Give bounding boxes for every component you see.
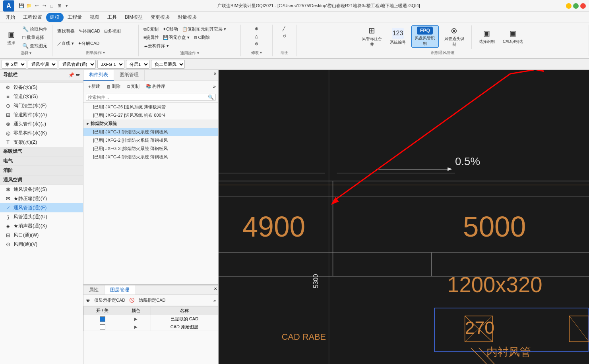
ribbon-btn-decompose[interactable]: ✦分解CAD (76, 40, 101, 47)
sidebar-item-connector-water[interactable]: ⊗ 通头管件(水)(J) (0, 119, 83, 129)
btn-copy-component[interactable]: ⧉ 复制 (124, 83, 142, 90)
tree-item-jxfg2[interactable]: [已用] JXFG-2 [排烟防火系统 薄钢板风 (83, 136, 218, 144)
redo-icon[interactable]: ↪ (41, 3, 47, 9)
floor-select[interactable]: 负二层通风 (151, 60, 185, 69)
ribbon-btn-fpq-identify[interactable]: FPQ 风盘风管识别 (411, 25, 439, 48)
tab-drawing-mgmt[interactable]: 图纸管理 (114, 70, 145, 81)
ribbon-btn-cloud-lib[interactable]: ☁云构件库 ▾ (142, 42, 170, 50)
tree-item-smoke-fire[interactable]: ▸ 排烟防火系统 (83, 119, 218, 128)
menu-compare[interactable]: 对量模块 (174, 13, 201, 22)
close-button[interactable] (580, 3, 586, 9)
lower-panel-collapse[interactable]: ✕ (213, 285, 218, 295)
layer-color-extracted[interactable]: ▶ (121, 315, 151, 323)
ribbon-btn-move-c[interactable]: ✦C移动 (161, 25, 180, 33)
ribbon-btn-draw2[interactable]: ↺ (281, 33, 288, 40)
ribbon-btn-line[interactable]: ／直线 ▾ (56, 40, 76, 47)
search-input[interactable] (88, 95, 208, 100)
ribbon-btn-delete-c[interactable]: 🗑C删除 (192, 34, 211, 41)
tree-item-jxfg4[interactable]: [已用] JXFG-4 [排烟防火系统 薄钢板风 (83, 153, 218, 161)
ribbon-btn-system-num[interactable]: 123 系统编号 (388, 25, 408, 48)
menu-view[interactable]: 视图 (86, 13, 103, 22)
ribbon-btn-mod3[interactable]: ⊗ (253, 40, 260, 47)
tab-layer-mgmt[interactable]: 图层管理 (105, 285, 135, 295)
sidebar-item-fitting-water[interactable]: ⊞ 管道附件(水)(A) (0, 110, 83, 119)
sidebar-item-plenum[interactable]: ✉ ★静压箱(通)(Y) (0, 194, 83, 203)
layer-on-off-extracted[interactable] (84, 315, 121, 323)
menu-project-settings[interactable]: 工程设置 (19, 13, 46, 22)
layer-on-off-original[interactable] (84, 323, 121, 331)
ribbon-btn-save-element[interactable]: 💾图元存盘 ▾ (161, 34, 191, 41)
ribbon-btn-find[interactable]: 🔍 查找图元 (21, 42, 49, 50)
more-icon[interactable]: ▾ (64, 3, 70, 9)
menu-quantity[interactable]: 工程量 (64, 13, 86, 22)
sidebar-item-duct-fitting[interactable]: ⟆ 风管通头(通)(U) (0, 212, 83, 221)
ribbon-btn-find-replace[interactable]: 查找替换 (56, 27, 76, 35)
sidebar-item-hvac-device[interactable]: ❃ 通风设备(通)(S) (0, 185, 83, 194)
checkbox-extracted[interactable] (100, 316, 105, 322)
ribbon-btn-draw1[interactable]: ╱ (281, 25, 287, 32)
tree-item-jxfg3[interactable]: [已用] JXFG-3 [排烟防火系统 薄钢板风 (83, 144, 218, 153)
ribbon-btn-pick[interactable]: 🔧 拾取构件 (21, 25, 49, 33)
support-water-icon: T (5, 139, 11, 146)
ribbon-btn-copy-c[interactable]: ⧉C复制 (142, 25, 160, 33)
menu-tools[interactable]: 工具 (103, 13, 121, 22)
tree-item-jxfg1[interactable]: [已用] JXFG-1 [排烟防火系统 薄钢板风 (83, 128, 218, 136)
layer-toolbar-more[interactable]: » (213, 298, 216, 303)
btn-component-lib[interactable]: 📚 构件库 (143, 83, 168, 90)
sidebar-item-support-water[interactable]: T 支架(水)(Z) (0, 138, 83, 147)
ribbon-btn-draw-cad[interactable]: ✎补画CAD (77, 27, 102, 35)
menu-bim[interactable]: BIM模型 (121, 13, 147, 22)
menu-start[interactable]: 开始 (2, 13, 19, 22)
minimize-button[interactable] (566, 3, 572, 9)
btn-new-component[interactable]: + 新建 (86, 83, 103, 90)
sidebar-pin-icon[interactable]: 📌 (68, 72, 74, 78)
ribbon-btn-prop[interactable]: ≡提属性 (142, 34, 161, 41)
cad-canvas[interactable]: 0.5% 4900 5000 1200x320 270 内衬风管 (219, 70, 589, 364)
component-select[interactable]: JXFG-1 (97, 60, 124, 69)
ribbon-btn-select[interactable]: ▣ 选择 (3, 27, 19, 49)
sidebar-item-misc-water[interactable]: ◎ 零星构件(水)(K) (0, 129, 83, 138)
sidebar-edit-icon[interactable]: ✏ (76, 72, 80, 78)
expand-icon[interactable]: » (213, 84, 216, 89)
sidebar-item-device-water[interactable]: ⚙ 设备(水)(S) (0, 83, 83, 92)
tree-item-jxfg27[interactable]: [已用] JXFG-27 [送风系统 帆布 800*4 (83, 111, 218, 119)
sidebar-item-pipe-water[interactable]: ≡ 管道(水)(G) (0, 92, 83, 101)
new-icon[interactable]: □ (48, 3, 55, 9)
ribbon-btn-copy-to-layer[interactable]: 📋复制图元到其它层 ▾ (180, 25, 228, 33)
sidebar-item-duct[interactable]: ⟋ 通风管道(通)(F) (0, 203, 83, 212)
menu-build[interactable]: 建模 (46, 13, 64, 22)
btn-delete-component[interactable]: 🗑 删除 (104, 83, 123, 90)
save-icon[interactable]: 💾 (18, 3, 25, 9)
tab-properties[interactable]: 属性 (83, 285, 105, 295)
ribbon-btn-cad-identify[interactable]: ▣ CAD识别选 (500, 25, 525, 48)
tab-component-list[interactable]: 构件列表 (83, 70, 114, 81)
layer-toolbar: 👁 仅显示指定CAD 🚫 隐藏指定CAD » (83, 295, 218, 306)
sidebar-item-valve-water[interactable]: ⊙ 阀门法兰(水)(F) (0, 101, 83, 110)
sidebar-item-damper[interactable]: ⊙ 风阀(通)(V) (0, 240, 83, 249)
panel-collapse-btn[interactable]: ✕ (212, 70, 218, 81)
subcategory-select[interactable]: 通风管道(通) (59, 60, 96, 69)
checkbox-original[interactable] (100, 324, 105, 330)
open-icon[interactable]: 📁 (26, 3, 32, 9)
ribbon-btn-duct-merge[interactable]: ⊞ 风管标注合并 (360, 25, 384, 48)
ribbon-btn-select-identify[interactable]: ▣ 选择识别 (477, 25, 497, 48)
maximize-button[interactable] (573, 3, 579, 9)
ribbon-btn-mod1[interactable]: ⊕ (253, 25, 260, 32)
ribbon-btn-multi-view[interactable]: ⊞多视图 (103, 27, 122, 35)
layer-select[interactable]: 第-2层 (2, 60, 26, 69)
level-select[interactable]: 分层1 (126, 60, 149, 69)
lower-panel-tabs: 属性 图层管理 ✕ (83, 285, 218, 295)
layer-color-original[interactable]: ▶ (121, 323, 151, 331)
sidebar-item-diffuser[interactable]: ⊟ 风口(通)(W) (0, 231, 83, 240)
ribbon-btn-duct-head-identify[interactable]: ⊗ 风管通头识别 (442, 25, 467, 48)
category-select[interactable]: 通风空调 (28, 60, 57, 69)
grid-icon[interactable]: ⊞ (56, 3, 62, 9)
btn-show-specified-cad[interactable]: 仅显示指定CAD (92, 297, 128, 304)
sidebar-item-silencer[interactable]: ◈ ★消声器(通)(X) (0, 221, 83, 231)
ribbon-btn-mod2[interactable]: △ (253, 33, 260, 40)
btn-hide-specified-cad[interactable]: 隐藏指定CAD (136, 297, 168, 304)
undo-icon[interactable]: ↩ (33, 3, 40, 9)
ribbon-btn-batch[interactable]: □ 批量选择 (21, 34, 49, 41)
tree-item-jxfg26[interactable]: [已用] JXFG-26 [送风系统 薄钢板风管 (83, 103, 218, 111)
menu-change[interactable]: 变更模块 (147, 13, 174, 22)
